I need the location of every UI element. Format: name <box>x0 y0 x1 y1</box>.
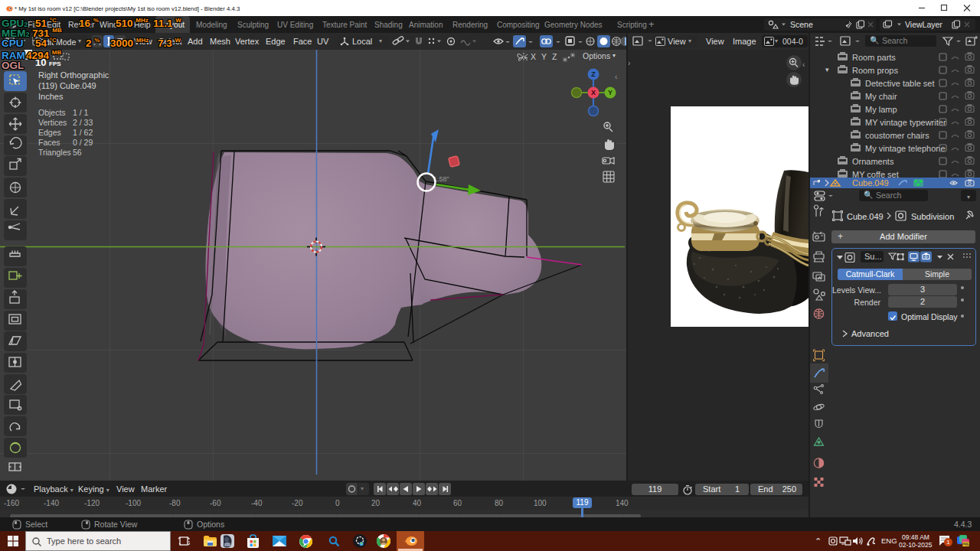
svg-text:Y: Y <box>608 89 612 96</box>
svg-text:X: X <box>591 89 596 96</box>
svg-text:Z: Z <box>591 70 596 78</box>
svg-text:PRE: PRE <box>962 543 969 546</box>
